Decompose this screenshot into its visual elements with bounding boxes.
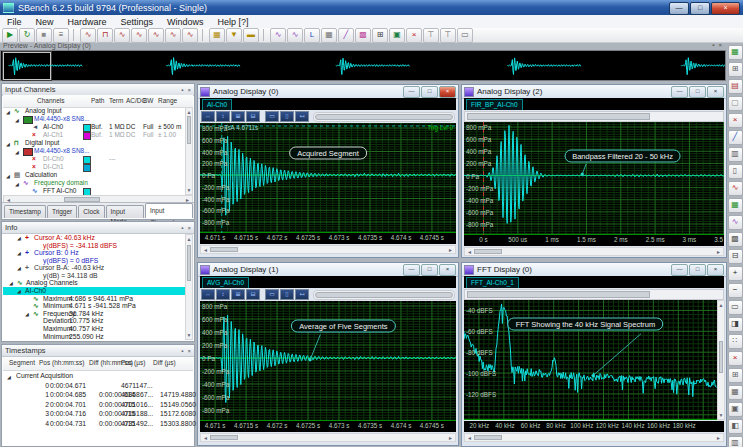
toolbar-new-digital-display-button[interactable]: ⊓ xyxy=(97,28,113,43)
close-button[interactable]: × xyxy=(707,264,724,276)
timestamp-group-row[interactable]: ◢Current Acquisition xyxy=(3,371,193,381)
minimize-button[interactable]: — xyxy=(403,86,420,98)
fft-scrollbar-vertical[interactable]: ▲▼ xyxy=(717,300,725,420)
side-collapse-button[interactable]: ⊟ xyxy=(728,249,743,264)
menu-windows[interactable]: Windows xyxy=(160,17,211,27)
tab-input-channels[interactable]: Input Channels xyxy=(145,203,193,218)
maximize-button[interactable]: □ xyxy=(690,2,710,15)
side-line-tool-button[interactable]: ╱ xyxy=(728,130,743,145)
side-zoom-in-button[interactable]: + xyxy=(728,266,743,281)
info-row[interactable]: y(dBFS) = -34.118 dBFS xyxy=(3,242,185,250)
toolbar-crosshair-button[interactable]: ⊞ xyxy=(372,28,388,43)
scroll-left-icon[interactable]: ◄ xyxy=(467,435,472,441)
menu-new[interactable]: New xyxy=(29,17,61,27)
channel-row-di-ch0[interactable]: ×DI-Ch0--- xyxy=(3,155,185,163)
scroll-right-icon[interactable]: ► xyxy=(716,249,721,255)
pin-icon[interactable]: ▪ xyxy=(181,348,183,354)
toolbar-calc-grid-button[interactable]: ▦ xyxy=(321,28,337,43)
info-row[interactable]: ◢∿Frequency:36.784 kHz xyxy=(3,310,185,318)
analog-display-1-plot[interactable]: Average of Five Segments800 mPa600 mPa40… xyxy=(200,301,456,421)
tab-trigger[interactable]: Trigger xyxy=(47,205,77,218)
plot-scrollbar[interactable]: ◄► xyxy=(464,433,724,442)
plot-tool-button-0[interactable]: ↔ xyxy=(201,289,215,300)
tab-fir-bp-ai-ch0[interactable]: FIR_BP_AI-Ch0 xyxy=(466,99,523,110)
maximize-button[interactable]: □ xyxy=(689,264,706,276)
plot-tool-button-5[interactable]: ▯ xyxy=(280,289,294,300)
timestamp-row[interactable]: 20:00:04.7010:00:00.0154701016...15149.0… xyxy=(3,400,193,410)
info-row[interactable]: ◢∿Analog Channels xyxy=(3,279,185,287)
scroll-thumb[interactable] xyxy=(210,435,238,440)
fft-display-0-titlebar[interactable]: FFT Display (0) — □ × xyxy=(462,263,726,277)
toolbar-calc-level-button[interactable]: L xyxy=(304,28,320,43)
toolbar-new-display-6-button[interactable]: ∿ xyxy=(165,28,181,43)
channel-row-m4i-4450-x8-sn8-[interactable]: ◢M4i.4450-x8 SN8... xyxy=(3,147,185,155)
toolbar-delete-button[interactable]: × xyxy=(406,28,422,43)
channel-row-digital-input[interactable]: ◢⊓Digital Input xyxy=(3,139,185,147)
close-icon[interactable]: × xyxy=(187,348,191,354)
channel-row-fft-ai-ch0[interactable]: ∿FFT AI-Ch0 xyxy=(3,187,185,195)
minimize-button[interactable]: — xyxy=(403,264,420,276)
tab-timestamp[interactable]: Timestamp xyxy=(4,205,46,218)
scroll-right-icon[interactable]: ► xyxy=(716,435,721,441)
scroll-left-icon[interactable]: ◄ xyxy=(203,247,208,253)
scroll-thumb[interactable] xyxy=(467,113,650,120)
scroll-thumb[interactable] xyxy=(467,291,650,298)
close-icon[interactable]: × xyxy=(718,42,722,50)
scroll-thumb[interactable] xyxy=(474,249,502,254)
channel-row-di-ch1[interactable]: ×DI-Ch1 xyxy=(3,163,185,171)
side-zoom-out-button[interactable]: − xyxy=(728,283,743,298)
column-header-path[interactable]: Path xyxy=(91,97,104,104)
info-row[interactable]: Maximum:40.757 kHz xyxy=(3,325,185,333)
tab-avg-ai-ch0[interactable]: AVG_AI-Ch0 xyxy=(202,277,249,288)
scroll-thumb[interactable] xyxy=(187,245,191,281)
column-header-range[interactable]: Range xyxy=(158,97,177,104)
side-grid-green-button[interactable]: ▦ xyxy=(728,198,743,213)
display-scroll-strip[interactable] xyxy=(464,289,724,300)
side-box-lines-button[interactable]: ▥ xyxy=(728,436,743,447)
toolbar-colors-button[interactable]: ▣ xyxy=(389,28,405,43)
side-box-half-button[interactable]: ◧ xyxy=(728,419,743,434)
toolbar-new-frequency-display-button[interactable]: ∿ xyxy=(131,28,147,43)
scroll-up-icon[interactable]: ▲ xyxy=(718,302,724,308)
toolbar-new-display-5-button[interactable]: ∿ xyxy=(148,28,164,43)
scroll-right-icon[interactable]: ► xyxy=(448,435,453,441)
toolbar-new-xy-display-button[interactable]: ∿ xyxy=(114,28,130,43)
plot-tool-button-5[interactable]: ▯ xyxy=(280,111,294,122)
close-button[interactable]: × xyxy=(439,86,456,98)
analog-display-0-titlebar[interactable]: Analog Display (0) — □ × xyxy=(198,85,458,99)
side-close-display-button[interactable]: × xyxy=(728,351,743,366)
menu-file[interactable]: File xyxy=(0,17,29,27)
analog-display-2-plot[interactable]: Bandpass Filtered 20 - 50 kHz800 mPa600 … xyxy=(464,122,724,235)
info-row[interactable]: ∿Maximum:4.686 s 946.411 mPa xyxy=(3,295,185,303)
side-signal-tool-button[interactable]: ∿ xyxy=(728,181,743,196)
channel-scrollbar-vertical[interactable]: ▲▼ xyxy=(185,107,193,195)
plot-tool-button-1[interactable]: ↕ xyxy=(216,111,230,122)
side-fit-width-button[interactable]: ▭ xyxy=(728,300,743,315)
side-box-filled-button[interactable]: ▣ xyxy=(728,402,743,417)
info-row[interactable]: ◢+Cursor B-A: -40.63 kHz xyxy=(3,264,185,272)
minimize-button[interactable]: — xyxy=(671,86,688,98)
minimize-button[interactable]: — xyxy=(671,264,688,276)
toolbar-calc-fft-button[interactable]: ▩ xyxy=(355,28,371,43)
tab-ai-ch0[interactable]: AI-Ch0 xyxy=(202,99,232,110)
toolbar-save-button[interactable]: ▼ xyxy=(226,28,242,43)
toolbar-setup-button[interactable]: ≡ xyxy=(53,28,69,43)
side-delete-display-button[interactable]: × xyxy=(728,113,743,128)
tab-fft-ai-ch0[interactable]: FFT_AI-Ch0_1 xyxy=(466,277,519,288)
plot-tool-button-4[interactable]: ▭ xyxy=(265,111,279,122)
maximize-button[interactable]: □ xyxy=(421,86,438,98)
toolbar-calc-signal-button[interactable]: ∿ xyxy=(270,28,286,43)
column-header-bw[interactable]: BW xyxy=(143,97,153,104)
side-blank-tool-button[interactable]: ▢ xyxy=(728,96,743,111)
scroll-thumb[interactable] xyxy=(187,116,191,144)
plot-tool-button-6[interactable]: ↤ xyxy=(295,111,309,122)
toolbar-calc-filter-button[interactable]: ∿ xyxy=(287,28,303,43)
scroll-down-icon[interactable]: ▼ xyxy=(186,187,192,193)
scroll-up-icon[interactable]: ▲ xyxy=(186,109,192,115)
side-grid-2-button[interactable]: ⊞ xyxy=(728,368,743,383)
toolbar-restart-button[interactable]: ↻ xyxy=(19,28,35,43)
info-row[interactable]: ◢+Cursor B: 0 Hz xyxy=(3,249,185,257)
scroll-thumb[interactable] xyxy=(474,435,502,440)
toolbar-calc-edit-button[interactable]: ╱ xyxy=(338,28,354,43)
pin-icon[interactable]: ▪ xyxy=(181,87,183,93)
